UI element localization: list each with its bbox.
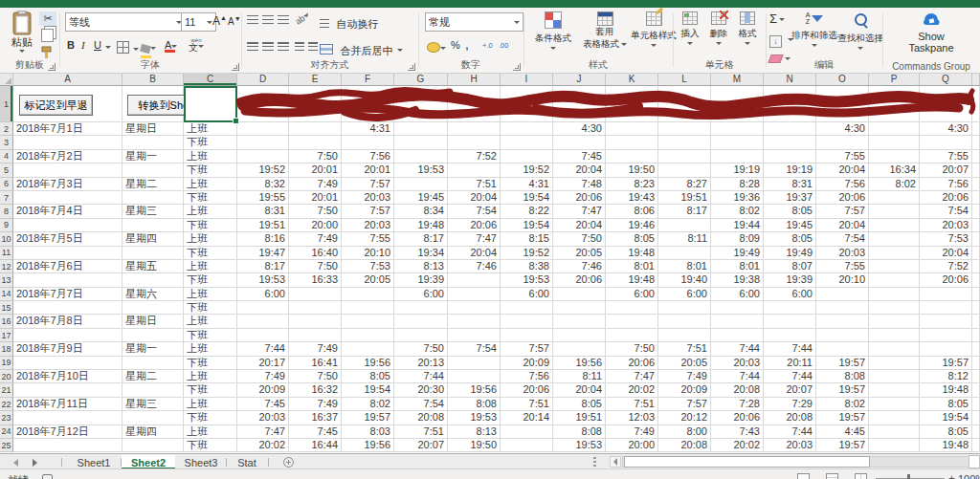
cell-M23[interactable]: 20:06 — [711, 411, 764, 425]
cell-P7[interactable] — [869, 191, 920, 205]
underline-button[interactable]: U — [94, 39, 101, 51]
cell-O22[interactable]: 8:02 — [816, 398, 869, 411]
cell-N14[interactable]: 6:00 — [764, 288, 816, 301]
cell-B25[interactable] — [122, 439, 184, 452]
row-header-17[interactable]: 17 — [0, 329, 13, 342]
cell-J13[interactable]: 20:06 — [553, 273, 606, 287]
cell-K7[interactable]: 19:43 — [606, 191, 658, 205]
cell-N20[interactable]: 7:44 — [764, 370, 816, 383]
cell-A5[interactable] — [13, 163, 122, 177]
cell-O13[interactable]: 20:10 — [816, 273, 869, 287]
cell-C11[interactable]: 下班 — [184, 247, 237, 260]
cell-partial-19[interactable] — [972, 357, 980, 370]
cell-A18[interactable]: 2018年7月9日 — [13, 342, 122, 356]
cell-B2[interactable]: 星期日 — [122, 122, 184, 136]
cell-N5[interactable]: 19:19 — [764, 163, 816, 177]
cell-P18[interactable] — [869, 342, 920, 356]
cell-L1[interactable] — [658, 86, 711, 122]
row-header-16[interactable]: 16 — [0, 315, 13, 328]
cell-H10[interactable]: 7:47 — [448, 232, 501, 246]
font-name-combo[interactable]: 等线 — [65, 12, 186, 32]
cell-A22[interactable]: 2018年7月11日 — [13, 398, 122, 411]
cell-H13[interactable] — [448, 273, 501, 287]
cell-P12[interactable] — [869, 260, 920, 273]
cell-K22[interactable]: 7:51 — [606, 398, 658, 411]
cell-B15[interactable] — [122, 301, 184, 315]
cell-G14[interactable]: 6:00 — [394, 288, 448, 301]
cell-N17[interactable] — [764, 329, 816, 342]
cell-O7[interactable]: 20:06 — [816, 191, 869, 205]
cell-B13[interactable] — [122, 273, 184, 287]
cell-partial-18[interactable] — [972, 342, 980, 356]
cell-D22[interactable]: 7:45 — [237, 398, 289, 411]
cell-J5[interactable]: 20:04 — [553, 163, 606, 177]
cell-C24[interactable]: 上班 — [184, 425, 237, 439]
cell-H5[interactable] — [448, 163, 501, 177]
cell-partial-21[interactable] — [972, 383, 980, 397]
cell-P20[interactable] — [869, 370, 920, 383]
cell-P8[interactable] — [869, 205, 920, 218]
cell-F23[interactable]: 19:57 — [342, 411, 394, 425]
cell-N10[interactable]: 8:05 — [764, 232, 816, 246]
cell-L20[interactable]: 7:49 — [658, 370, 711, 383]
cell-H24[interactable]: 8:13 — [448, 425, 501, 439]
cell-K6[interactable]: 8:23 — [606, 178, 658, 191]
cell-P1[interactable] — [869, 86, 920, 122]
cell-D10[interactable]: 8:16 — [237, 232, 289, 246]
cell-D15[interactable] — [237, 301, 289, 315]
align-middle-icon[interactable] — [262, 15, 274, 24]
cell-E1[interactable] — [289, 86, 342, 122]
cell-P22[interactable] — [869, 398, 920, 411]
cell-C15[interactable]: 下班 — [184, 301, 237, 315]
cell-K16[interactable] — [606, 315, 658, 328]
cell-C25[interactable]: 下班 — [184, 439, 237, 452]
cell-H23[interactable]: 19:53 — [448, 411, 501, 425]
cell-G5[interactable]: 19:53 — [394, 163, 448, 177]
cell-H18[interactable]: 7:54 — [448, 342, 501, 356]
cell-A3[interactable] — [13, 136, 122, 149]
fill-button[interactable]: ↓ — [769, 31, 793, 48]
row-header-1[interactable]: 1 — [0, 86, 13, 122]
cell-B24[interactable]: 星期四 — [122, 425, 184, 439]
cell-F22[interactable]: 8:02 — [342, 398, 394, 411]
cell-P6[interactable]: 8:02 — [869, 178, 920, 191]
cell-B9[interactable] — [122, 219, 184, 232]
cell-D3[interactable] — [237, 136, 289, 149]
cell-P5[interactable]: 16:34 — [869, 163, 920, 177]
cell-partial-10[interactable] — [972, 232, 980, 246]
cell-C9[interactable]: 下班 — [184, 219, 237, 232]
cell-I18[interactable]: 7:57 — [501, 342, 553, 356]
shrink-font-button[interactable]: A▼ — [228, 15, 241, 27]
cell-I15[interactable] — [501, 301, 553, 315]
col-header-J[interactable]: J — [553, 74, 606, 86]
cell-C3[interactable]: 下班 — [184, 136, 237, 149]
cell-A10[interactable]: 2018年7月5日 — [13, 232, 122, 246]
cell-H1[interactable] — [448, 86, 501, 122]
cell-N18[interactable]: 7:44 — [764, 342, 816, 356]
tab-scroll-left-arrow[interactable] — [13, 459, 18, 467]
cell-G17[interactable] — [394, 329, 448, 342]
cell-E14[interactable] — [289, 288, 342, 301]
tab-splitter-handle[interactable] — [593, 457, 596, 467]
cell-E18[interactable]: 7:49 — [289, 342, 342, 356]
cell-L23[interactable]: 20:12 — [658, 411, 711, 425]
cell-A24[interactable]: 2018年7月12日 — [13, 425, 122, 439]
cell-E21[interactable]: 16:32 — [289, 383, 342, 397]
cell-G24[interactable]: 7:51 — [394, 425, 448, 439]
cell-P11[interactable] — [869, 247, 920, 260]
cell-D7[interactable]: 19:55 — [237, 191, 289, 205]
wrap-text-button[interactable]: 自动换行 — [320, 14, 378, 32]
cell-A21[interactable] — [13, 383, 122, 397]
col-header-M[interactable]: M — [711, 74, 764, 86]
cell-K10[interactable]: 8:05 — [606, 232, 658, 246]
cell-J19[interactable]: 19:56 — [553, 357, 606, 370]
phonetic-button[interactable]: wén 文 — [189, 37, 204, 51]
cell-F18[interactable] — [342, 342, 394, 356]
cell-P14[interactable] — [869, 288, 920, 301]
cell-N13[interactable]: 19:39 — [764, 273, 816, 287]
cell-Q18[interactable] — [920, 342, 972, 356]
cell-I23[interactable]: 20:14 — [501, 411, 553, 425]
cell-Q1[interactable] — [920, 86, 972, 122]
row-header-5[interactable]: 5 — [0, 163, 13, 177]
row-header-3[interactable]: 3 — [0, 136, 13, 149]
